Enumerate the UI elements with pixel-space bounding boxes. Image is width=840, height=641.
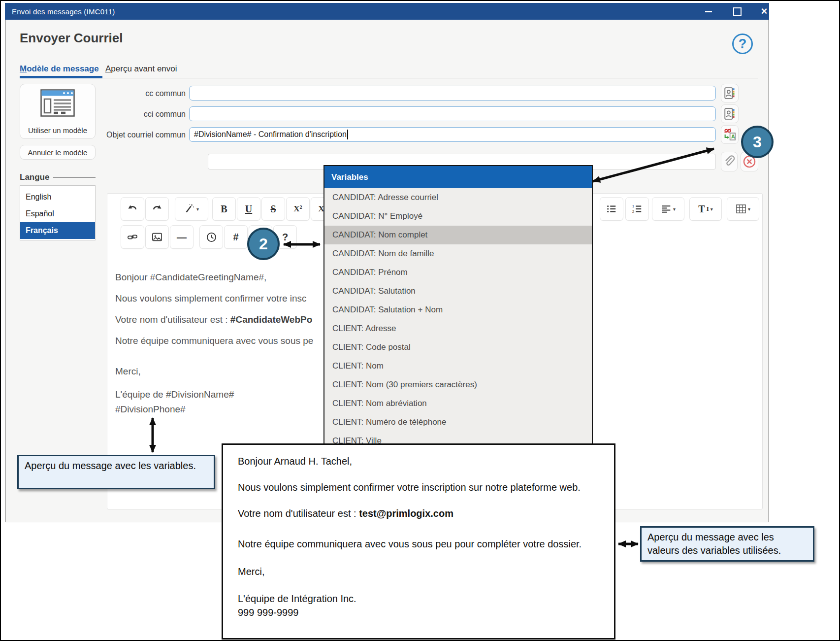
step-2-badge: 2 [247, 228, 280, 260]
variable-item[interactable]: CLIENT: Nom [324, 357, 592, 375]
tab-modele-de-message[interactable]: Modèle de message [20, 64, 99, 74]
image-icon [151, 232, 163, 242]
cci-addressbook-button[interactable] [721, 104, 739, 123]
strikethrough-button[interactable]: S [261, 197, 285, 221]
maximize-button[interactable] [726, 3, 748, 20]
cc-label: cc commun [82, 89, 186, 98]
text-caret [347, 130, 348, 139]
callout-variables: Aperçu du message avec les variables. [17, 455, 215, 489]
minimize-button[interactable] [698, 3, 719, 20]
time-button[interactable] [199, 225, 223, 249]
addressbook-icon [723, 86, 736, 100]
template-icon [40, 89, 75, 119]
align-left-icon [661, 204, 672, 214]
question-icon: ? [282, 232, 288, 243]
underline-button[interactable]: U [237, 197, 260, 221]
chevron-down-icon: ▾ [748, 206, 750, 212]
variable-item[interactable]: CANDIDAT: Salutation + Nom [324, 301, 592, 319]
preview-line: 999 999-9999 [238, 607, 298, 618]
window-title: Envoi des messages (IMC011) [12, 7, 115, 16]
variable-item[interactable]: CLIENT: Adresse [324, 319, 592, 338]
editor-line-variable: #CandidateWebPo [230, 314, 312, 325]
variables-icon: A [723, 127, 737, 142]
help-icon: ? [739, 36, 747, 52]
magic-format-dropdown[interactable]: ▾ [175, 197, 208, 221]
callout-values: Aperçu du message avec les valeurs des v… [640, 526, 814, 562]
close-icon: × [761, 6, 768, 17]
preview-line: Bonjour Arnaud H. Tachel, [238, 456, 352, 467]
bullet-list-button[interactable] [600, 197, 623, 221]
paperclip-icon [723, 154, 736, 169]
undo-button[interactable] [121, 197, 144, 221]
svg-text:1: 1 [632, 204, 634, 208]
maximize-icon [733, 7, 742, 16]
cancel-template-button[interactable]: Annuler le modèle [20, 145, 96, 160]
language-group-header: Langue [20, 172, 96, 182]
variable-item[interactable]: CANDIDAT: Salutation [324, 282, 592, 301]
numbered-list-icon: 1 2 [631, 203, 643, 214]
table-dropdown[interactable]: ▾ [727, 197, 759, 221]
variable-item[interactable]: CANDIDAT: Prénom [324, 263, 592, 282]
minimize-icon [705, 11, 712, 12]
window-titlebar: Envoi des messages (IMC011) [5, 3, 769, 20]
variable-item[interactable]: CANDIDAT: N° Employé [324, 207, 592, 226]
variable-item[interactable]: CANDIDAT: Nom de famille [324, 244, 592, 263]
svg-text:A: A [731, 134, 735, 139]
variable-item[interactable]: CLIENT: Code postal [324, 338, 592, 357]
editor-line: Nous voulons simplement confirmer votre … [115, 293, 307, 304]
attachment-button[interactable] [721, 152, 738, 171]
cci-label: cci commun [82, 110, 186, 119]
superscript-icon: X² [293, 204, 302, 214]
variable-hash-button[interactable]: # [224, 225, 248, 249]
variable-item[interactable]: CANDIDAT: Adresse courriel [324, 188, 592, 207]
screenshot-canvas: Envoi des messages (IMC011) × Envoyer Co… [0, 0, 840, 641]
insert-variable-button[interactable]: A [721, 125, 739, 144]
help-button[interactable]: ? [732, 34, 753, 54]
variable-item[interactable]: CLIENT: Nom (30 premiers caractères) [324, 375, 592, 394]
close-button[interactable]: × [753, 3, 775, 20]
editor-line: L'équipe de #DivisionName# [115, 389, 234, 400]
superscript-button[interactable]: X² [286, 197, 310, 221]
cc-addressbook-button[interactable] [721, 84, 739, 102]
text-style-icon: T [698, 203, 705, 215]
horizontal-rule-button[interactable]: — [170, 225, 194, 249]
cc-input[interactable] [189, 86, 716, 101]
underline-icon: U [245, 203, 252, 215]
variables-popup: Variables CANDIDAT: Adresse courriel CAN… [323, 165, 593, 450]
language-list: English Español Français [20, 185, 96, 240]
numbered-list-button[interactable]: 1 2 [625, 197, 649, 221]
subject-label: Objet courriel commun [63, 131, 186, 139]
language-group-rule [53, 177, 96, 178]
preview-line: Votre nom d'utilisateur est : test@priml… [238, 508, 453, 519]
subject-input[interactable]: #DivisionName# - Confirmation d'inscript… [189, 127, 716, 142]
variable-item-highlighted[interactable]: CANDIDAT: Nom complet [324, 226, 592, 244]
language-item-francais-selected[interactable]: Français [20, 222, 95, 239]
preview-line-prefix: Votre nom d'utilisateur est : [238, 508, 359, 519]
hash-icon: # [233, 232, 238, 243]
language-item-espanol[interactable]: Español [20, 205, 95, 222]
magic-wand-icon [184, 203, 195, 214]
strikethrough-icon: S [270, 203, 276, 215]
preview-line: Notre équipe communiquera avec vous sous… [238, 539, 582, 550]
editor-line-prefix: Votre nom d'utilisateur est : [115, 314, 230, 325]
link-button[interactable] [121, 225, 144, 249]
preview-line-value: test@primlogix.com [359, 508, 453, 519]
editor-line: Bonjour #CandidateGreetingName#, [115, 272, 266, 283]
bold-button[interactable]: B [212, 197, 236, 221]
variable-item[interactable]: CLIENT: Nom abréviation [324, 394, 592, 413]
preview-line: Nous voulons simplement confirmer votre … [238, 482, 581, 493]
alignment-dropdown[interactable]: ▾ [652, 197, 684, 221]
text-style-dropdown[interactable]: T I ▾ [689, 197, 722, 221]
variable-item[interactable]: CLIENT: Numéro de téléphone [324, 413, 592, 432]
chevron-down-icon: ▾ [673, 206, 676, 212]
cci-input[interactable] [189, 106, 716, 121]
rendered-message-preview: Bonjour Arnaud H. Tachel, Nous voulons s… [222, 443, 615, 640]
addressbook-icon [723, 107, 736, 121]
language-item-english[interactable]: English [20, 189, 95, 205]
subject-value: #DivisionName# - Confirmation d'inscript… [194, 130, 347, 139]
image-button[interactable] [145, 225, 169, 249]
horizontal-rule-icon: — [177, 232, 187, 243]
redo-button[interactable] [145, 197, 169, 221]
tab-apercu-avant-envoi[interactable]: Aperçu avant envoi [105, 64, 177, 74]
preview-line: Merci, [238, 566, 264, 577]
